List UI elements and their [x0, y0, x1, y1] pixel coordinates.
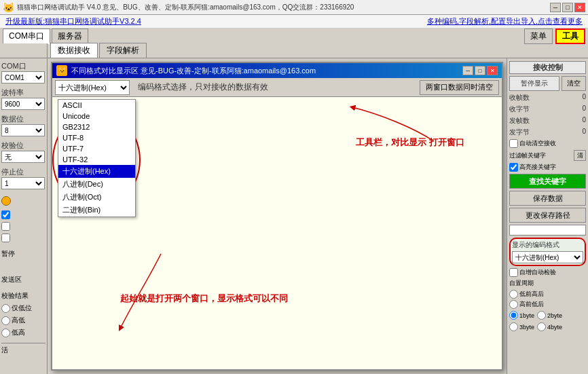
- com-combo[interactable]: COM1: [1, 71, 45, 83]
- receive-tab[interactable]: 数据接收: [50, 43, 98, 58]
- utf32-option[interactable]: UTF-32: [58, 154, 135, 165]
- auto-detect-row: 自增自动检验: [509, 268, 586, 277]
- menu-tabs: COM串口 服务器: [3, 29, 88, 44]
- com-port-tab[interactable]: COM串口: [3, 29, 50, 44]
- window-controls: ─ □ ✕: [550, 3, 585, 12]
- 4byte-label: 4byte: [547, 324, 562, 331]
- low-high-radio-input[interactable]: [1, 329, 10, 337]
- clear-both-windows-btn[interactable]: 两窗口数据同时清空: [420, 80, 499, 95]
- data-bits-label: 数据位: [1, 114, 45, 124]
- utf7-option[interactable]: UTF-7: [58, 143, 135, 154]
- highlight-row: 高亮接关键字: [509, 163, 586, 172]
- auto-detect-label: 自增自动检验: [519, 268, 556, 277]
- utf8-option[interactable]: UTF-8: [58, 132, 135, 143]
- 3byte-radio-row: 3byte: [509, 322, 534, 331]
- 4byte-radio-row: 4byte: [537, 322, 562, 331]
- right-panel: 接收控制 暂停显示 清空 收帧数 0 收字节 0 发帧数 0 发字节 0 自动清…: [507, 58, 588, 374]
- compare-encoding-combo[interactable]: 十六进制(Hex): [55, 80, 130, 95]
- bin-option[interactable]: 二进制(Bin): [58, 204, 135, 217]
- compare-window: 🐱 不同格式对比显示区 意见-BUG-改善-定制-联系阿猫:amaomails@…: [51, 62, 503, 371]
- save-path-input[interactable]: C:\Program Files: [509, 225, 586, 236]
- high-low-radio[interactable]: [509, 300, 518, 309]
- highlight-checkbox[interactable]: [509, 163, 518, 172]
- 3byte-radio[interactable]: [509, 322, 518, 331]
- com-label: COM口: [1, 61, 45, 71]
- send-bytes-label: 发字节: [509, 128, 530, 137]
- 1byte-radio[interactable]: [509, 311, 518, 320]
- unicode-option[interactable]: Unicode: [58, 111, 135, 121]
- pause-display-btn[interactable]: 暂停显示: [509, 76, 559, 91]
- parse-tab[interactable]: 字段解析: [99, 43, 147, 58]
- timing-radio-section: 低前高后 高前低后: [509, 290, 586, 309]
- hex-option[interactable]: 十六进制(Hex): [58, 165, 135, 178]
- baud-rate-item: 波特率 9600: [1, 88, 45, 110]
- auto-clear-label: 自动清空接收: [519, 139, 556, 148]
- low-high-radio-row: 低前高后: [509, 290, 586, 299]
- high-low-label: 高低: [12, 316, 25, 325]
- low-high-radio[interactable]: [509, 290, 518, 299]
- change-path-btn[interactable]: 更改保存路径: [509, 208, 586, 223]
- menu-button[interactable]: 菜单: [524, 29, 553, 44]
- find-keyword-btn[interactable]: 查找关键字: [509, 174, 586, 189]
- stop-bits-item: 停止位 1: [1, 167, 45, 189]
- filter-row: 过滤帧关键字 清: [509, 150, 586, 161]
- checkbox1-input[interactable]: [1, 210, 10, 219]
- toolbar-arrow-svg: [325, 100, 461, 155]
- receive-bytes-value: 0: [582, 105, 586, 114]
- gb2312-option[interactable]: GB2312: [58, 121, 135, 132]
- minimize-button[interactable]: ─: [550, 3, 561, 12]
- 2byte-label: 2byte: [547, 312, 562, 319]
- 4byte-radio[interactable]: [537, 322, 546, 331]
- high-low-radio-input[interactable]: [1, 316, 10, 325]
- low-high-timing-label: 低前高后: [519, 290, 544, 299]
- display-encoding-combo[interactable]: 十六进制(Hex): [512, 251, 583, 263]
- compare-close-btn[interactable]: ✕: [487, 66, 498, 75]
- high-low-radio-row: 高前低后: [509, 300, 586, 309]
- send-area-label: 发送区: [1, 275, 45, 284]
- 3byte-label: 3byte: [519, 324, 534, 331]
- filter-clear-btn[interactable]: 清: [574, 150, 586, 161]
- clear-receive-btn[interactable]: 清空: [562, 76, 586, 91]
- receive-control-title: 接收控制: [509, 61, 586, 74]
- main-content: COM口 COM1 波特率 9600 数据位 8 校验位 无 停止位: [0, 58, 588, 374]
- startup-annotation: 起始就是打开两个窗口，显示格式可以不同: [120, 293, 288, 305]
- data-tabs: 数据接收 字段解析: [48, 43, 151, 58]
- tools-button[interactable]: 工具: [555, 29, 585, 44]
- 1byte-label: 1byte: [519, 312, 534, 319]
- features-link[interactable]: 多种编码,字段解析,配置导出导入,点击查看更多: [427, 16, 583, 26]
- ascii-option[interactable]: ASCII: [58, 100, 135, 111]
- close-button[interactable]: ✕: [574, 3, 585, 12]
- checkbox2-input[interactable]: [1, 222, 10, 231]
- low-high-label: 低高: [12, 328, 25, 337]
- parity-combo[interactable]: 无: [1, 151, 45, 163]
- server-tab[interactable]: 服务器: [52, 29, 88, 44]
- filter-label: 过滤帧关键字: [509, 151, 572, 160]
- dec-option[interactable]: 八进制(Dec): [58, 178, 135, 191]
- maximize-button[interactable]: □: [562, 3, 573, 12]
- left-sidebar: COM口 COM1 波特率 9600 数据位 8 校验位 无 停止位: [0, 58, 48, 374]
- compare-title-bar: 🐱 不同格式对比显示区 意见-BUG-改善-定制-联系阿猫:amaomails@…: [52, 63, 502, 78]
- 2byte-radio[interactable]: [537, 311, 546, 320]
- byte-radio-section: 1byte 2byte 3byte 4byte: [509, 311, 586, 331]
- save-data-btn[interactable]: 保存数据: [509, 191, 586, 206]
- checkbox3-input[interactable]: [1, 233, 10, 242]
- 1byte-radio-row: 1byte: [509, 311, 534, 320]
- receive-frames-value: 0: [582, 93, 586, 102]
- check-result-label: 校验结果: [1, 291, 45, 301]
- data-bits-combo[interactable]: 8: [1, 124, 45, 136]
- only-low-radio-input[interactable]: [1, 304, 10, 313]
- upgrade-link[interactable]: 升级最新版:猫猫串口网络调试助手V3.2.4: [5, 16, 141, 26]
- compare-maximize-btn[interactable]: □: [475, 66, 485, 75]
- compare-title-text: 不同格式对比显示区 意见-BUG-改善-定制-联系阿猫:amaomails@16…: [71, 66, 462, 76]
- stop-bits-combo[interactable]: 1: [1, 177, 45, 189]
- receive-frames-label: 收帧数: [509, 93, 530, 102]
- com-port-item: COM口 COM1: [1, 61, 45, 83]
- auto-clear-checkbox[interactable]: [509, 139, 518, 148]
- encoding-section: 显示的编码格式 十六进制(Hex): [509, 238, 586, 266]
- compare-minimize-btn[interactable]: ─: [462, 66, 473, 75]
- send-bytes-stat: 发字节 0: [509, 128, 586, 137]
- auto-detect-checkbox[interactable]: [509, 268, 518, 277]
- oct-option[interactable]: 八进制(Oct): [58, 191, 135, 204]
- baud-combo[interactable]: 9600: [1, 98, 45, 110]
- baud-label: 波特率: [1, 88, 45, 98]
